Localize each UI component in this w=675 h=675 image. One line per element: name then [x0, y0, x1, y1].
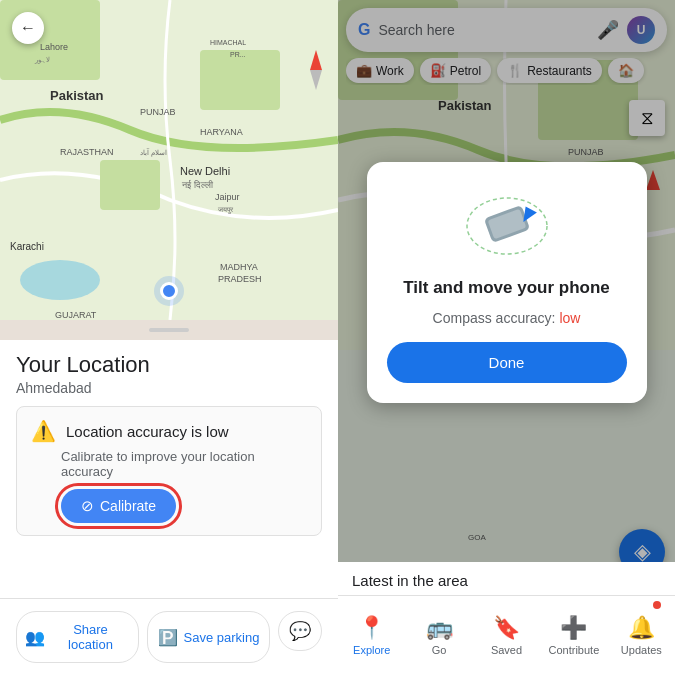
warning-icon: ⚠️ [31, 419, 56, 443]
accuracy-title: Location accuracy is low [66, 423, 229, 440]
drag-handle [149, 328, 189, 332]
left-bottom-actions: 👥 Share location 🅿️ Save parking 💬 [0, 598, 338, 675]
compass-status: low [559, 310, 580, 326]
compass-modal: Tilt and move your phone Compass accurac… [367, 162, 647, 403]
nav-go[interactable]: 🚌 Go [405, 607, 472, 664]
svg-text:Jaipur: Jaipur [215, 192, 240, 202]
saved-label: Saved [491, 644, 522, 656]
nav-saved[interactable]: 🔖 Saved [473, 607, 540, 664]
location-city: Ahmedabad [16, 380, 322, 396]
latest-area-title: Latest in the area [352, 572, 468, 589]
svg-text:RAJASTHAN: RAJASTHAN [60, 147, 114, 157]
updates-badge [653, 601, 661, 609]
svg-text:जयपुर: जयपुर [217, 206, 234, 214]
calibrate-icon: ⊘ [81, 497, 94, 515]
svg-rect-2 [0, 0, 100, 80]
nav-contribute[interactable]: ➕ Contribute [540, 607, 607, 664]
left-panel: Pakistan New Delhi नई दिल्ली Lahore لاہو… [0, 0, 338, 675]
done-button[interactable]: Done [387, 342, 627, 383]
compass-label: Compass accuracy: [433, 310, 560, 326]
back-button[interactable]: ← [12, 12, 44, 44]
modal-overlay: Tilt and move your phone Compass accurac… [338, 0, 675, 565]
share-location-label: Share location [51, 622, 130, 652]
share-location-button[interactable]: 👥 Share location [16, 611, 139, 663]
map-area-left: Pakistan New Delhi नई दिल्ली Lahore لاہو… [0, 0, 338, 320]
svg-rect-4 [100, 160, 160, 210]
svg-text:اسلام آباد: اسلام آباد [140, 147, 167, 157]
accuracy-card: ⚠️ Location accuracy is low Calibrate to… [16, 406, 322, 536]
svg-text:HARYANA: HARYANA [200, 127, 243, 137]
share-icon: 👥 [25, 628, 45, 647]
location-info: Your Location Ahmedabad ⚠️ Location accu… [0, 340, 338, 598]
calibrate-btn-wrapper: ⊘ Calibrate [61, 489, 307, 523]
svg-text:PUNJAB: PUNJAB [140, 107, 176, 117]
calibrate-label: Calibrate [100, 498, 156, 514]
svg-text:لاہور: لاہور [34, 56, 50, 64]
nav-updates[interactable]: 🔔 Updates [608, 607, 675, 664]
accuracy-row: ⚠️ Location accuracy is low [31, 419, 307, 443]
bottom-nav: 📍 Explore 🚌 Go 🔖 Saved ➕ Contribute 🔔 Up… [338, 595, 675, 675]
svg-text:Lahore: Lahore [40, 42, 68, 52]
modal-title: Tilt and move your phone [403, 278, 610, 298]
contribute-label: Contribute [549, 644, 600, 656]
svg-text:Pakistan: Pakistan [50, 88, 104, 103]
svg-text:MADHYA: MADHYA [220, 262, 258, 272]
svg-text:New Delhi: New Delhi [180, 165, 230, 177]
svg-text:नई दिल्ली: नई दिल्ली [181, 179, 214, 190]
your-location-title: Your Location [16, 352, 322, 378]
svg-text:HIMACHAL: HIMACHAL [210, 39, 246, 46]
svg-text:Karachi: Karachi [10, 241, 44, 252]
location-dot [160, 282, 178, 300]
explore-label: Explore [353, 644, 390, 656]
go-label: Go [432, 644, 447, 656]
parking-icon: 🅿️ [158, 628, 178, 647]
accuracy-desc: Calibrate to improve your location accur… [61, 449, 307, 479]
phone-illustration [457, 186, 557, 266]
svg-text:PR...: PR... [230, 51, 246, 58]
compass-row: Compass accuracy: low [433, 310, 581, 326]
go-icon: 🚌 [426, 615, 453, 641]
save-parking-button[interactable]: 🅿️ Save parking [147, 611, 270, 663]
svg-rect-3 [200, 50, 280, 110]
right-panel: Pakistan PUNJAB HARYANA New D... GOA G S… [338, 0, 675, 675]
svg-text:GUJARAT: GUJARAT [55, 310, 97, 320]
nav-explore[interactable]: 📍 Explore [338, 607, 405, 664]
updates-icon: 🔔 [628, 615, 655, 641]
svg-text:PRADESH: PRADESH [218, 274, 262, 284]
saved-icon: 🔖 [493, 615, 520, 641]
svg-point-1 [20, 260, 100, 300]
calibrate-button[interactable]: ⊘ Calibrate [61, 489, 176, 523]
updates-label: Updates [621, 644, 662, 656]
message-icon: 💬 [289, 620, 311, 642]
save-parking-label: Save parking [184, 630, 260, 645]
message-button[interactable]: 💬 [278, 611, 322, 651]
contribute-icon: ➕ [560, 615, 587, 641]
explore-icon: 📍 [358, 615, 385, 641]
latest-area-bar: Latest in the area [338, 562, 675, 595]
